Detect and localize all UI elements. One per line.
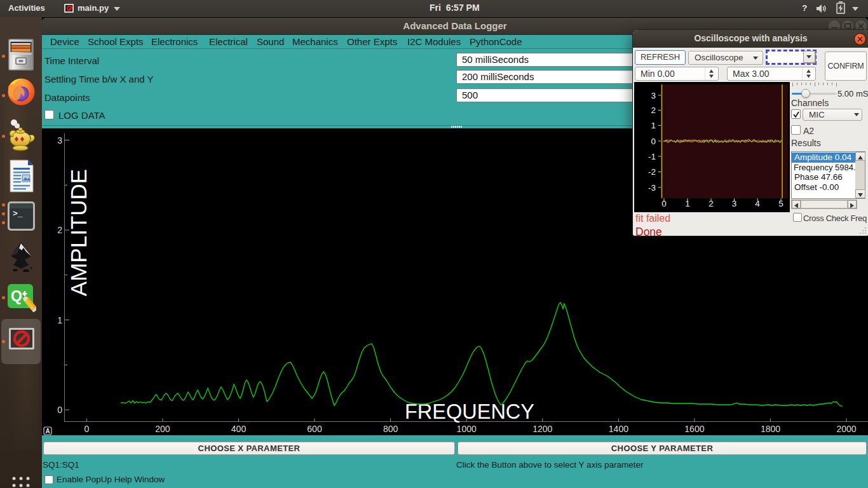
svg-text:0: 0 (84, 424, 89, 434)
svg-text:2: 2 (57, 225, 62, 235)
svg-text:600: 600 (307, 424, 322, 434)
svg-text:-3: -3 (648, 183, 656, 193)
svg-text:1600: 1600 (684, 424, 704, 434)
svg-text:400: 400 (231, 424, 247, 434)
svg-text:3: 3 (57, 135, 62, 146)
svg-text:-2: -2 (648, 167, 656, 177)
svg-text:FREQUENCY: FREQUENCY (405, 400, 534, 423)
svg-text:>_: >_ (13, 209, 23, 219)
svg-text:1400: 1400 (609, 424, 628, 434)
svg-text:AMPLITUDE: AMPLITUDE (66, 169, 91, 296)
svg-text:1: 1 (57, 315, 62, 325)
svg-text:A: A (45, 428, 50, 435)
svg-text:0: 0 (57, 405, 62, 415)
svg-text:800: 800 (383, 424, 398, 434)
svg-text:-1: -1 (648, 152, 656, 161)
svg-text:200: 200 (155, 424, 170, 434)
svg-text:3: 3 (651, 91, 656, 100)
svg-text:0: 0 (651, 137, 656, 146)
svg-text:1000: 1000 (457, 424, 477, 434)
svg-text:1200: 1200 (532, 424, 552, 434)
svg-text:2: 2 (651, 105, 656, 115)
svg-text:2000: 2000 (837, 424, 857, 434)
svg-text:1800: 1800 (761, 424, 780, 434)
svg-text:1: 1 (651, 121, 656, 130)
